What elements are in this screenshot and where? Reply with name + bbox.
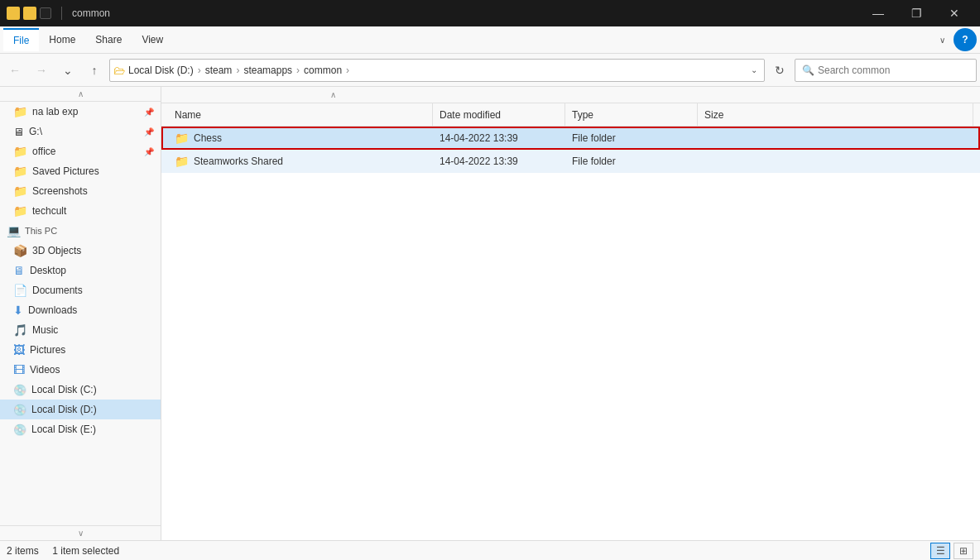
sidebar-item-saved-pictures[interactable]: 📁 Saved Pictures [0, 161, 161, 181]
sidebar-label-downloads: Downloads [28, 304, 77, 316]
app-icon-1 [7, 7, 20, 20]
back-button[interactable]: ← [3, 59, 26, 82]
tab-view[interactable]: View [132, 29, 173, 50]
address-dropdown-button[interactable]: ⌄ [747, 65, 761, 74]
ribbon-expand-button[interactable]: ∨ [930, 28, 954, 51]
file-name-chess: Chess [194, 132, 222, 144]
minimize-button[interactable]: — [859, 0, 897, 26]
help-button[interactable]: ? [954, 28, 977, 51]
sidebar-item-3dobjects[interactable]: 📦 3D Objects [0, 241, 161, 261]
folder-icon-3d: 📦 [13, 244, 27, 257]
file-row-steamworks[interactable]: 📁 Steamworks Shared 14-04-2022 13:39 Fil… [161, 150, 980, 173]
folder-icon-videos: 🎞 [13, 363, 25, 376]
sidebar-item-nalab[interactable]: 📁 na lab exp 📌 [0, 102, 161, 122]
sidebar-scroll-up[interactable]: ∧ [0, 87, 161, 102]
sidebar-item-downloads[interactable]: ⬇ Downloads [0, 300, 161, 320]
search-icon: 🔍 [802, 65, 814, 76]
file-cell-type-steamworks: File folder [565, 156, 698, 167]
app-icon-3 [40, 7, 51, 19]
pin-icon-gdrive: 📌 [144, 127, 154, 136]
sidebar-item-diske[interactable]: 💿 Local Disk (E:) [0, 419, 161, 439]
address-sep-4: › [346, 65, 349, 76]
sidebar-item-gdrive[interactable]: 🖥 G:\ 📌 [0, 122, 161, 141]
folder-icon: 📁 [13, 105, 27, 118]
sidebar-item-desktop[interactable]: 🖥 Desktop [0, 261, 161, 280]
disk-icon-e: 💿 [13, 424, 26, 436]
view-details-button[interactable]: ☰ [930, 543, 950, 559]
address-sep-2: › [236, 65, 239, 76]
address-crumb-steamapps[interactable]: steamapps [243, 65, 292, 76]
title-bar: common — ❐ ✕ [0, 0, 980, 26]
folder-icon-downloads: ⬇ [13, 304, 23, 317]
sidebar-label-videos: Videos [30, 364, 60, 376]
folder-icon-screenshots: 📁 [13, 184, 27, 198]
sidebar-item-office[interactable]: 📁 office 📌 [0, 141, 161, 161]
tab-share[interactable]: Share [85, 29, 132, 50]
file-cell-type-chess: File folder [565, 132, 698, 144]
thispc-icon: 💻 [7, 224, 21, 237]
col-header-date[interactable]: Date modified [433, 103, 565, 126]
up-button[interactable]: ↑ [83, 59, 106, 82]
address-crumb-steam[interactable]: steam [205, 65, 233, 76]
status-count: 2 items 1 item selected [7, 545, 930, 557]
drive-icon: 🖥 [13, 126, 24, 138]
refresh-button[interactable]: ↻ [768, 59, 791, 82]
file-cell-name-steamworks: 📁 Steamworks Shared [168, 155, 433, 168]
file-column-headers: Name Date modified Type Size [161, 103, 980, 127]
status-items-count: 2 items [7, 545, 39, 557]
window-title: common [72, 7, 853, 19]
sidebar-label-savedpic: Saved Pictures [32, 165, 99, 177]
address-crumb-local-disk[interactable]: Local Disk (D:) [128, 65, 194, 76]
sidebar-item-techcult[interactable]: 📁 techcult [0, 201, 161, 221]
sidebar-label-nalab: na lab exp [32, 106, 78, 117]
file-cell-name-chess: 📁 Chess [168, 132, 433, 145]
sidebar-label-3dobjects: 3D Objects [32, 245, 81, 256]
col-header-type[interactable]: Type [565, 103, 698, 126]
sidebar-label-diske: Local Disk (E:) [31, 424, 96, 435]
title-bar-separator [61, 7, 62, 20]
title-bar-controls: — ❐ ✕ [859, 0, 973, 26]
folder-icon-savedpic: 📁 [13, 165, 27, 178]
sidebar-item-documents[interactable]: 📄 Documents [0, 280, 161, 300]
sidebar-label-documents: Documents [32, 285, 83, 296]
search-box[interactable]: 🔍 [795, 59, 977, 82]
sidebar-scroll-down[interactable]: ∨ [0, 525, 161, 540]
col-header-name[interactable]: Name [168, 103, 433, 126]
address-folder-icon: 🗁 [113, 64, 125, 77]
sidebar-item-music[interactable]: 🎵 Music [0, 320, 161, 340]
address-sep-3: › [296, 65, 300, 76]
sidebar-item-diskd[interactable]: 💿 Local Disk (D:) [0, 400, 161, 419]
sidebar-label-gdrive: G:\ [29, 126, 42, 137]
main-area: ∧ 📁 na lab exp 📌 🖥 G:\ 📌 📁 office 📌 📁 Sa… [0, 87, 980, 540]
address-crumb-common[interactable]: common [304, 65, 342, 76]
tab-home[interactable]: Home [39, 29, 85, 50]
search-input[interactable] [818, 65, 969, 76]
close-button[interactable]: ✕ [935, 0, 973, 26]
recent-locations-button[interactable]: ⌄ [56, 59, 79, 82]
view-tiles-button[interactable]: ⊞ [954, 543, 973, 559]
sidebar-label-techcult: techcult [32, 205, 66, 217]
folder-icon-desktop: 🖥 [13, 264, 25, 277]
file-row-chess[interactable]: 📁 Chess 14-04-2022 13:39 File folder [161, 127, 980, 150]
status-selected-count: 1 item selected [52, 545, 119, 557]
sort-up-icon[interactable]: ∧ [330, 90, 336, 99]
forward-button[interactable]: → [30, 59, 53, 82]
sidebar-label-diskc: Local Disk (C:) [31, 384, 97, 395]
disk-icon-d: 💿 [13, 404, 26, 416]
title-bar-app-icons [7, 7, 51, 20]
sidebar-item-videos[interactable]: 🎞 Videos [0, 360, 161, 380]
address-bar[interactable]: 🗁 Local Disk (D:) › steam › steamapps › … [109, 59, 765, 82]
sidebar-item-screenshots[interactable]: 📁 Screenshots [0, 181, 161, 201]
maximize-button[interactable]: ❐ [897, 0, 935, 26]
pin-icon-office: 📌 [144, 147, 154, 156]
folder-icon-chess: 📁 [175, 132, 189, 145]
sidebar-item-pictures[interactable]: 🖼 Pictures [0, 340, 161, 360]
file-area: ∧ Name Date modified Type Size 📁 Chess 1… [161, 87, 980, 540]
sidebar-thispc-label: This PC [25, 226, 57, 236]
file-list: 📁 Chess 14-04-2022 13:39 File folder 📁 S… [161, 127, 980, 540]
sidebar-item-diskc[interactable]: 💿 Local Disk (C:) [0, 380, 161, 400]
file-cell-date-chess: 14-04-2022 13:39 [433, 132, 565, 144]
tab-file[interactable]: File [3, 28, 39, 51]
col-header-size[interactable]: Size [698, 103, 973, 126]
folder-icon-techcult: 📁 [13, 204, 27, 218]
